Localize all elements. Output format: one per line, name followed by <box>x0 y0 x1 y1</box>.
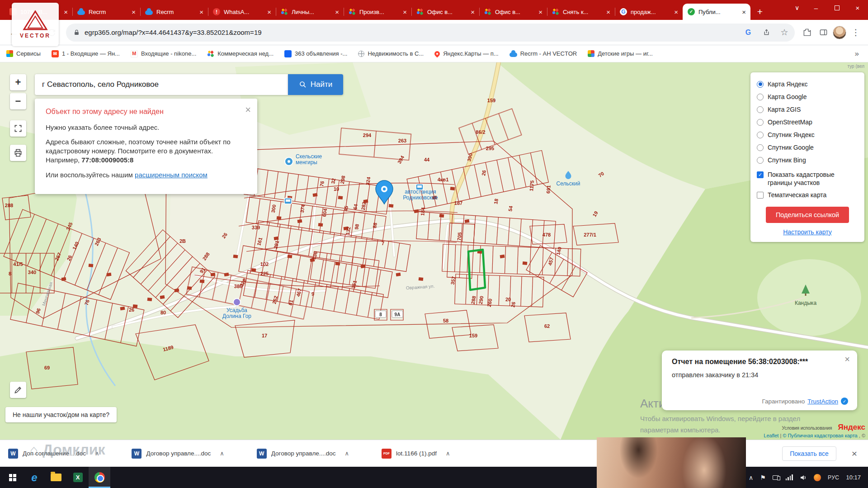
tab-close-icon[interactable]: × <box>402 8 408 16</box>
layer-option-4[interactable]: OpenStreetMap <box>757 116 858 128</box>
leaflet-link[interactable]: Leaflet <box>764 433 778 438</box>
trustaction-link[interactable]: TrustAction <box>807 398 838 405</box>
tab-title: Recrm <box>156 9 195 15</box>
tray-app-icon[interactable] <box>814 474 821 481</box>
bookmark-star-icon[interactable]: ☆ <box>778 26 791 39</box>
download-item-2[interactable]: WДоговор управле....doc∧ <box>132 449 224 459</box>
address-bar[interactable]: egrp365.org/map/?x=44.4641437&y=33.85202… <box>66 24 795 42</box>
layer-option-7[interactable]: Спутник Bing <box>757 154 858 166</box>
search-input[interactable]: г Севастополь, село Родниковое <box>35 74 288 95</box>
terms-of-use-link[interactable]: Условия использования <box>782 426 832 431</box>
show-all-downloads-button[interactable]: Показать все <box>782 446 836 461</box>
bookmarks-overflow-chevron[interactable]: » <box>852 49 862 58</box>
url-text[interactable]: egrp365.org/map/?x=44.4641437&y=33.85202… <box>85 28 737 36</box>
volume-icon[interactable] <box>800 474 807 481</box>
tray-expand-icon[interactable]: ∧ <box>749 474 753 481</box>
profile-avatar[interactable] <box>833 26 846 39</box>
tray-display-icon[interactable] <box>773 475 779 480</box>
tab-close-icon[interactable]: × <box>605 8 611 16</box>
tab-2[interactable]: Recrm× <box>72 4 140 20</box>
download-item-4[interactable]: PDFlot.1166 (1).pdf∧ <box>382 449 450 459</box>
bookmark-3[interactable]: MВходящие - nikone... <box>131 50 196 57</box>
caret-up-icon[interactable]: ∧ <box>220 450 224 457</box>
tab-11[interactable]: ✓Публи...× <box>683 4 750 20</box>
advanced-search-link[interactable]: расширенным поиском <box>135 171 208 179</box>
maximize-button[interactable] <box>826 0 847 15</box>
cadastre-attribution-link[interactable]: © Публичная кадастровая карта <box>783 433 857 438</box>
tab-search-chevron-icon[interactable]: ∨ <box>788 0 806 15</box>
fullscreen-button[interactable] <box>10 120 26 137</box>
google-translate-icon[interactable]: G <box>741 26 755 39</box>
layer-option-label: Спутник Google <box>768 144 814 151</box>
panel-checkbox-2[interactable]: Тематическая карта <box>757 191 858 199</box>
tab-close-icon[interactable]: × <box>334 8 340 16</box>
taskbar-chrome-button[interactable] <box>89 467 110 488</box>
language-indicator[interactable]: РУС <box>828 474 840 481</box>
popup-close-icon[interactable]: × <box>245 103 251 117</box>
tab-3[interactable]: Recrm× <box>140 4 208 20</box>
caret-up-icon[interactable]: ∧ <box>345 450 349 457</box>
zoom-out-button[interactable]: − <box>10 93 26 109</box>
yandex-logo[interactable]: Яндекс <box>838 423 865 431</box>
close-window-button[interactable]: × <box>847 0 868 15</box>
tab-5[interactable]: Личны...× <box>276 4 344 20</box>
tab-close-icon[interactable]: × <box>131 8 137 16</box>
bookmark-8[interactable]: Recrm - АН VECTOR <box>509 50 577 57</box>
tab-close-icon[interactable]: × <box>470 8 476 16</box>
bookmark-label: Входящие - nikone... <box>141 50 196 57</box>
bookmark-5[interactable]: 363 объявления -... <box>284 50 347 57</box>
minimize-button[interactable]: – <box>806 0 826 15</box>
taskbar-excel-button[interactable]: X <box>67 467 89 488</box>
tray-flag-icon[interactable]: ⚑ <box>760 474 766 481</box>
menu-dots-icon[interactable]: ⋮ <box>849 26 863 39</box>
tab-close-icon[interactable]: × <box>538 8 543 16</box>
download-item-3[interactable]: WДоговор управле....doc∧ <box>257 449 349 459</box>
search-button[interactable]: Найти <box>288 74 343 95</box>
bookmark-6[interactable]: Недвижимость в С... <box>358 50 424 57</box>
taskbar-explorer-button[interactable] <box>45 467 67 488</box>
bookmark-1[interactable]: Сервисы <box>6 50 41 57</box>
share-icon[interactable] <box>760 26 773 39</box>
tab-close-icon[interactable]: × <box>266 8 272 16</box>
layer-option-3[interactable]: Карта 2GIS <box>757 103 858 116</box>
tab-6[interactable]: Произв...× <box>344 4 411 20</box>
bookmarks-items: Сервисы✉1 - Входящие — Ян...MВходящие - … <box>6 50 852 57</box>
tab-7[interactable]: Офис в...× <box>411 4 479 20</box>
tab-8[interactable]: Офис в...× <box>479 4 547 20</box>
tab-close-icon[interactable]: × <box>198 8 204 16</box>
tab-close-icon[interactable]: × <box>673 8 679 16</box>
downloads-close-icon[interactable]: × <box>849 448 860 459</box>
configure-map-link[interactable]: Настроить карту <box>757 228 858 237</box>
extensions-puzzle-icon[interactable] <box>800 26 814 39</box>
tab-close-icon[interactable]: × <box>63 8 69 16</box>
bookmark-2[interactable]: ✉1 - Входящие — Ян... <box>52 50 120 57</box>
tab-4[interactable]: !WhatsA...× <box>208 4 276 20</box>
panel-checkbox-1[interactable]: ✓Показать кадастровые границы участков <box>757 171 858 187</box>
tab-9[interactable]: Снять к...× <box>547 4 615 20</box>
tab-close-icon[interactable]: × <box>741 8 747 16</box>
clock[interactable]: 10:17 <box>846 474 861 481</box>
caret-up-icon[interactable]: ∧ <box>446 450 450 457</box>
apps-icon <box>6 50 13 57</box>
share-link-button[interactable]: Поделиться ссылкой <box>766 207 849 223</box>
layer-option-6[interactable]: Спутник Google <box>757 141 858 154</box>
layer-option-2[interactable]: Карта Google <box>757 90 858 103</box>
bookmark-7[interactable]: Яндекс.Карты — п... <box>434 50 498 57</box>
zoom-in-button[interactable]: + <box>10 74 26 90</box>
activation-line2: Чтобы активировать Windows, перейдите в … <box>640 414 800 423</box>
tab-10[interactable]: Gпродаж...× <box>615 4 683 20</box>
side-panel-icon[interactable] <box>816 26 830 39</box>
network-signal-icon[interactable] <box>786 474 793 480</box>
layer-option-5[interactable]: Спутник Яндекс <box>757 128 858 141</box>
layer-option-1[interactable]: Карта Яндекс <box>757 78 858 90</box>
map-viewport[interactable]: 15929426386/2295390394442611756917019187… <box>0 62 868 440</box>
print-button[interactable] <box>10 145 26 161</box>
start-button[interactable] <box>2 467 24 488</box>
overlay-photo-window[interactable] <box>597 437 746 488</box>
draw-parcel-button[interactable] <box>10 382 26 398</box>
bookmark-9[interactable]: Детские игры — иг... <box>588 50 653 57</box>
bookmark-4[interactable]: Коммерческая нед... <box>207 50 274 57</box>
new-tab-button[interactable]: + <box>753 5 767 19</box>
taskbar-ie-button[interactable]: e <box>24 467 45 488</box>
notification-close-icon[interactable]: × <box>844 354 850 365</box>
